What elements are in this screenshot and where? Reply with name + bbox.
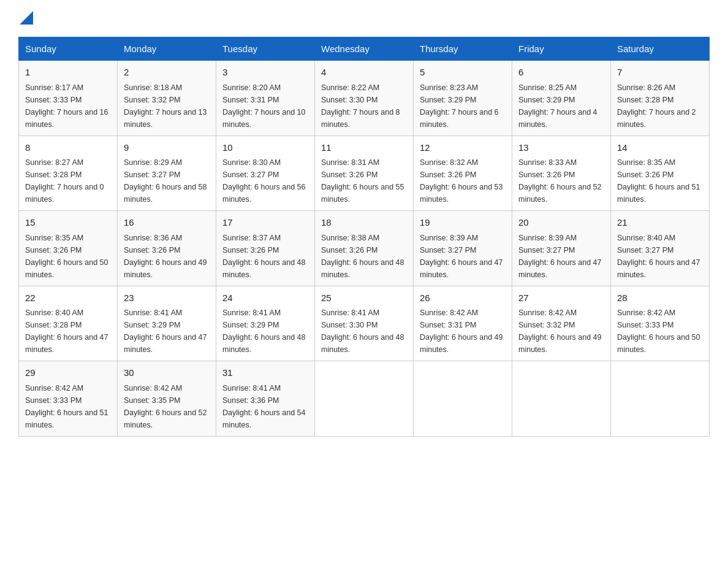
day-number: 11 <box>321 141 407 155</box>
weekday-header-tuesday: Tuesday <box>216 37 315 61</box>
calendar-cell: 3Sunrise: 8:20 AMSunset: 3:31 PMDaylight… <box>216 61 315 136</box>
page-header <box>18 12 710 25</box>
day-info: Sunrise: 8:39 AMSunset: 3:27 PMDaylight:… <box>420 232 506 281</box>
day-number: 27 <box>518 291 604 305</box>
day-number: 12 <box>420 141 506 155</box>
day-number: 21 <box>617 216 703 230</box>
day-number: 2 <box>124 66 210 80</box>
calendar-cell <box>315 361 414 437</box>
day-info: Sunrise: 8:38 AMSunset: 3:26 PMDaylight:… <box>321 232 407 281</box>
day-number: 20 <box>518 216 604 230</box>
day-info: Sunrise: 8:20 AMSunset: 3:31 PMDaylight:… <box>222 82 308 131</box>
calendar-cell: 6Sunrise: 8:25 AMSunset: 3:29 PMDaylight… <box>512 61 611 136</box>
weekday-header-friday: Friday <box>512 37 611 61</box>
day-number: 7 <box>617 66 703 80</box>
day-info: Sunrise: 8:40 AMSunset: 3:27 PMDaylight:… <box>617 232 703 281</box>
day-number: 5 <box>420 66 506 80</box>
day-number: 10 <box>222 141 308 155</box>
day-info: Sunrise: 8:41 AMSunset: 3:36 PMDaylight:… <box>222 382 308 431</box>
weekday-header-monday: Monday <box>118 37 216 61</box>
day-info: Sunrise: 8:40 AMSunset: 3:28 PMDaylight:… <box>25 307 111 356</box>
calendar-cell: 20Sunrise: 8:39 AMSunset: 3:27 PMDayligh… <box>512 211 611 286</box>
calendar-cell: 9Sunrise: 8:29 AMSunset: 3:27 PMDaylight… <box>118 136 216 211</box>
calendar-cell: 15Sunrise: 8:35 AMSunset: 3:26 PMDayligh… <box>19 211 118 286</box>
day-number: 4 <box>321 66 407 80</box>
weekday-header-saturday: Saturday <box>611 37 710 61</box>
day-info: Sunrise: 8:32 AMSunset: 3:26 PMDaylight:… <box>420 156 506 205</box>
day-number: 24 <box>222 291 308 305</box>
day-number: 25 <box>321 291 407 305</box>
calendar-cell <box>512 361 611 437</box>
calendar-cell: 27Sunrise: 8:42 AMSunset: 3:32 PMDayligh… <box>512 286 611 361</box>
day-info: Sunrise: 8:33 AMSunset: 3:26 PMDaylight:… <box>518 156 604 205</box>
calendar-week-row: 1Sunrise: 8:17 AMSunset: 3:33 PMDaylight… <box>19 61 710 136</box>
day-info: Sunrise: 8:36 AMSunset: 3:26 PMDaylight:… <box>124 232 210 281</box>
calendar-cell: 28Sunrise: 8:42 AMSunset: 3:33 PMDayligh… <box>611 286 710 361</box>
day-number: 6 <box>518 66 604 80</box>
logo-triangle-icon <box>20 11 33 25</box>
weekday-header-sunday: Sunday <box>19 37 118 61</box>
day-number: 9 <box>124 141 210 155</box>
calendar-cell: 29Sunrise: 8:42 AMSunset: 3:33 PMDayligh… <box>19 361 118 437</box>
calendar-week-row: 15Sunrise: 8:35 AMSunset: 3:26 PMDayligh… <box>19 211 710 286</box>
day-info: Sunrise: 8:31 AMSunset: 3:26 PMDaylight:… <box>321 156 407 205</box>
day-info: Sunrise: 8:26 AMSunset: 3:28 PMDaylight:… <box>617 82 703 131</box>
calendar-cell: 30Sunrise: 8:42 AMSunset: 3:35 PMDayligh… <box>118 361 216 437</box>
day-info: Sunrise: 8:42 AMSunset: 3:31 PMDaylight:… <box>420 307 506 356</box>
day-info: Sunrise: 8:25 AMSunset: 3:29 PMDaylight:… <box>518 82 604 131</box>
day-number: 30 <box>124 366 210 380</box>
weekday-header-thursday: Thursday <box>414 37 512 61</box>
day-number: 16 <box>124 216 210 230</box>
day-info: Sunrise: 8:29 AMSunset: 3:27 PMDaylight:… <box>124 156 210 205</box>
calendar-cell: 7Sunrise: 8:26 AMSunset: 3:28 PMDaylight… <box>611 61 710 136</box>
day-number: 28 <box>617 291 703 305</box>
calendar-cell <box>414 361 512 437</box>
calendar-cell: 23Sunrise: 8:41 AMSunset: 3:29 PMDayligh… <box>118 286 216 361</box>
calendar-cell: 12Sunrise: 8:32 AMSunset: 3:26 PMDayligh… <box>414 136 512 211</box>
day-info: Sunrise: 8:42 AMSunset: 3:32 PMDaylight:… <box>518 307 604 356</box>
day-number: 15 <box>25 216 111 230</box>
calendar-cell: 8Sunrise: 8:27 AMSunset: 3:28 PMDaylight… <box>19 136 118 211</box>
day-number: 18 <box>321 216 407 230</box>
calendar-cell: 13Sunrise: 8:33 AMSunset: 3:26 PMDayligh… <box>512 136 611 211</box>
calendar-cell: 4Sunrise: 8:22 AMSunset: 3:30 PMDaylight… <box>315 61 414 136</box>
calendar-cell: 19Sunrise: 8:39 AMSunset: 3:27 PMDayligh… <box>414 211 512 286</box>
day-info: Sunrise: 8:41 AMSunset: 3:29 PMDaylight:… <box>222 307 308 356</box>
day-number: 14 <box>617 141 703 155</box>
day-number: 8 <box>25 141 111 155</box>
calendar-cell: 22Sunrise: 8:40 AMSunset: 3:28 PMDayligh… <box>19 286 118 361</box>
calendar-cell: 31Sunrise: 8:41 AMSunset: 3:36 PMDayligh… <box>216 361 315 437</box>
day-info: Sunrise: 8:42 AMSunset: 3:33 PMDaylight:… <box>617 307 703 356</box>
day-info: Sunrise: 8:41 AMSunset: 3:29 PMDaylight:… <box>124 307 210 356</box>
calendar-week-row: 29Sunrise: 8:42 AMSunset: 3:33 PMDayligh… <box>19 361 710 437</box>
calendar-cell: 11Sunrise: 8:31 AMSunset: 3:26 PMDayligh… <box>315 136 414 211</box>
calendar-cell: 18Sunrise: 8:38 AMSunset: 3:26 PMDayligh… <box>315 211 414 286</box>
logo <box>18 12 33 25</box>
calendar-cell: 5Sunrise: 8:23 AMSunset: 3:29 PMDaylight… <box>414 61 512 136</box>
calendar-cell: 1Sunrise: 8:17 AMSunset: 3:33 PMDaylight… <box>19 61 118 136</box>
calendar-cell: 26Sunrise: 8:42 AMSunset: 3:31 PMDayligh… <box>414 286 512 361</box>
day-number: 22 <box>25 291 111 305</box>
calendar-cell: 17Sunrise: 8:37 AMSunset: 3:26 PMDayligh… <box>216 211 315 286</box>
calendar-cell: 2Sunrise: 8:18 AMSunset: 3:32 PMDaylight… <box>118 61 216 136</box>
day-number: 17 <box>222 216 308 230</box>
day-number: 19 <box>420 216 506 230</box>
day-info: Sunrise: 8:22 AMSunset: 3:30 PMDaylight:… <box>321 82 407 131</box>
svg-marker-0 <box>20 11 33 25</box>
calendar-cell <box>611 361 710 437</box>
calendar-cell: 24Sunrise: 8:41 AMSunset: 3:29 PMDayligh… <box>216 286 315 361</box>
day-info: Sunrise: 8:17 AMSunset: 3:33 PMDaylight:… <box>25 82 111 131</box>
calendar-cell: 21Sunrise: 8:40 AMSunset: 3:27 PMDayligh… <box>611 211 710 286</box>
day-info: Sunrise: 8:23 AMSunset: 3:29 PMDaylight:… <box>420 82 506 131</box>
day-number: 3 <box>222 66 308 80</box>
day-number: 26 <box>420 291 506 305</box>
day-info: Sunrise: 8:18 AMSunset: 3:32 PMDaylight:… <box>124 82 210 131</box>
day-info: Sunrise: 8:30 AMSunset: 3:27 PMDaylight:… <box>222 156 308 205</box>
day-info: Sunrise: 8:42 AMSunset: 3:33 PMDaylight:… <box>25 382 111 431</box>
day-number: 31 <box>222 366 308 380</box>
calendar-week-row: 8Sunrise: 8:27 AMSunset: 3:28 PMDaylight… <box>19 136 710 211</box>
calendar-cell: 14Sunrise: 8:35 AMSunset: 3:26 PMDayligh… <box>611 136 710 211</box>
calendar-table: SundayMondayTuesdayWednesdayThursdayFrid… <box>18 37 710 437</box>
day-info: Sunrise: 8:27 AMSunset: 3:28 PMDaylight:… <box>25 156 111 205</box>
calendar-cell: 16Sunrise: 8:36 AMSunset: 3:26 PMDayligh… <box>118 211 216 286</box>
